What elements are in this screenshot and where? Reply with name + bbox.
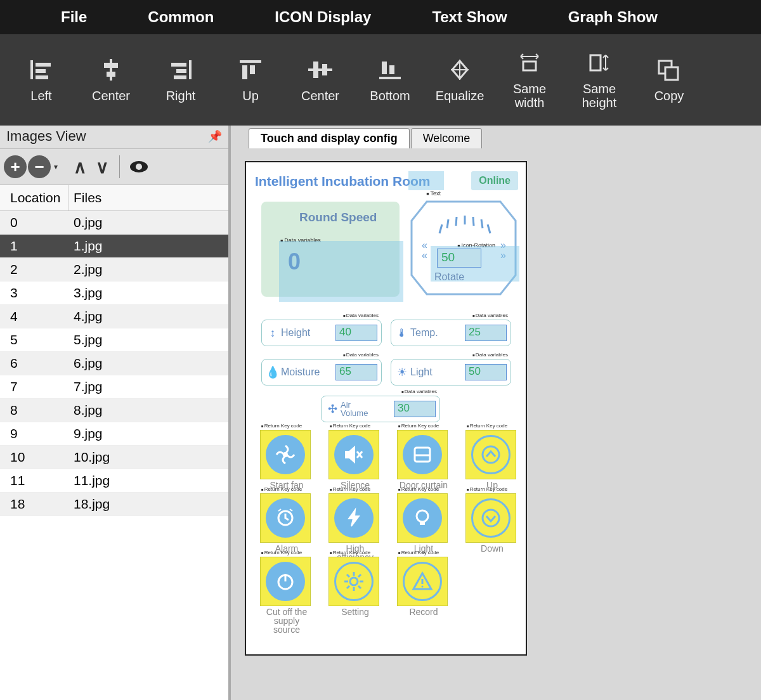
align-up-button[interactable]: Up: [224, 57, 276, 103]
rotate-value[interactable]: 50: [437, 249, 481, 268]
col-location[interactable]: Location: [0, 185, 68, 211]
control-record[interactable]: Return Key codeRecord: [397, 557, 450, 616]
align-center-h-button[interactable]: Center: [85, 57, 137, 103]
menu-text-show[interactable]: Text Show: [401, 8, 537, 26]
round-speed-selection[interactable]: 0: [279, 241, 403, 302]
control-button[interactable]: [328, 430, 379, 479]
control-start-fan[interactable]: Return Key codeStart fan: [260, 430, 313, 489]
param-moisture-value[interactable]: 65: [335, 364, 377, 380]
param-light[interactable]: ☀ Light Data variables 50: [391, 359, 511, 386]
svg-rect-2: [36, 69, 46, 73]
control-button[interactable]: [465, 430, 516, 479]
equalize-button[interactable]: Equalize: [434, 57, 486, 103]
table-row[interactable]: 00.jpg: [0, 211, 228, 235]
svg-point-58: [422, 586, 424, 588]
same-height-button[interactable]: Same height: [573, 50, 625, 110]
param-moisture[interactable]: 💧 Moisture Data variables 65: [261, 359, 382, 386]
control-alarm[interactable]: Return Key codeAlarm: [260, 493, 313, 553]
table-row[interactable]: 11.jpg: [0, 235, 228, 258]
cell-file: 2.jpg: [68, 258, 228, 281]
cell-location: 11: [0, 469, 68, 492]
table-row[interactable]: 88.jpg: [0, 399, 228, 422]
svg-line-53: [347, 574, 349, 577]
svg-rect-12: [242, 65, 247, 79]
table-row[interactable]: 1010.jpg: [0, 446, 228, 469]
pin-icon[interactable]: 📌: [208, 129, 222, 143]
param-air-value[interactable]: 30: [394, 401, 436, 417]
align-bottom-button[interactable]: Bottom: [364, 57, 416, 103]
align-center-v-button[interactable]: Center: [294, 57, 346, 103]
param-height-value[interactable]: 40: [335, 325, 377, 341]
menu-file[interactable]: File: [0, 8, 117, 26]
fan-icon: [266, 435, 305, 474]
control-button[interactable]: [328, 493, 379, 543]
control-button[interactable]: [260, 557, 311, 606]
move-down-button[interactable]: ∨: [92, 157, 113, 178]
control-button[interactable]: [260, 430, 311, 479]
tab-welcome[interactable]: Welcome: [411, 128, 483, 148]
svg-rect-23: [665, 67, 678, 80]
control-button[interactable]: [465, 493, 516, 543]
align-right-button[interactable]: Right: [155, 57, 207, 103]
menu-icon-display[interactable]: ICON Display: [244, 8, 401, 26]
preview-button[interactable]: [126, 154, 152, 179]
control-button[interactable]: [397, 557, 448, 606]
bulb-icon: [403, 498, 442, 538]
table-row[interactable]: 1818.jpg: [0, 493, 228, 516]
remove-dropdown-icon[interactable]: ▾: [52, 162, 60, 171]
copy-button[interactable]: Copy: [643, 57, 695, 103]
control-button[interactable]: [397, 430, 448, 479]
move-up-button[interactable]: ∧: [70, 157, 91, 178]
title-selection-overlay[interactable]: [408, 171, 444, 190]
table-row[interactable]: 44.jpg: [0, 305, 228, 328]
control-up[interactable]: Return Key codeUp: [465, 430, 519, 489]
table-row[interactable]: 33.jpg: [0, 282, 228, 305]
table-row[interactable]: 77.jpg: [0, 375, 228, 399]
param-temp[interactable]: 🌡 Temp. Data variables 25: [391, 320, 511, 346]
remove-button[interactable]: −: [28, 155, 51, 178]
align-left-button[interactable]: Left: [15, 57, 67, 103]
control-door-curtain[interactable]: Return Key codeDoor curtain: [397, 430, 450, 489]
table-row[interactable]: 55.jpg: [0, 328, 228, 352]
param-temp-value[interactable]: 25: [465, 325, 507, 341]
bolt-icon: [334, 498, 374, 538]
control-setting[interactable]: Return Key codeSetting: [328, 557, 382, 616]
col-files[interactable]: Files: [68, 185, 228, 211]
tab-touch-display-config[interactable]: Touch and display config: [249, 128, 410, 148]
same-width-button[interactable]: Same width: [504, 50, 556, 110]
param-air-volume[interactable]: ✣ Air Volume Data variables 30: [321, 396, 440, 422]
cell-file: 0.jpg: [68, 211, 228, 234]
copy-icon: [656, 57, 682, 82]
control-button[interactable]: [397, 493, 448, 543]
cell-file: 9.jpg: [68, 422, 228, 445]
device-title: Intelligent Incubation Room: [255, 174, 431, 189]
control-cutoff[interactable]: Return Key codeCut off thesupply source: [260, 557, 313, 634]
add-button[interactable]: +: [4, 155, 27, 178]
cell-location: 5: [0, 328, 68, 351]
menu-graph-show[interactable]: Graph Show: [538, 8, 658, 26]
control-button[interactable]: [260, 493, 311, 543]
svg-rect-9: [176, 69, 186, 73]
dv-tag: Data variables: [472, 352, 508, 358]
param-light-value[interactable]: 50: [465, 364, 507, 380]
table-row[interactable]: 66.jpg: [0, 352, 228, 375]
svg-point-43: [417, 510, 428, 522]
widget-type-tag: Return Key code: [261, 423, 302, 429]
table-row[interactable]: 99.jpg: [0, 422, 228, 446]
table-row[interactable]: 22.jpg: [0, 258, 228, 282]
control-light-btn[interactable]: Return Key codeLight: [397, 493, 450, 553]
design-canvas[interactable]: Intelligent Incubation Room Online Text …: [245, 161, 527, 656]
menu-common[interactable]: Common: [117, 8, 244, 26]
rotate-selection[interactable]: 50 Rotate: [431, 246, 519, 282]
control-down[interactable]: Return Key codeDown: [465, 493, 519, 553]
widget-type-tag: Return Key code: [398, 486, 439, 492]
svg-line-56: [347, 586, 349, 588]
cell-file: 8.jpg: [68, 399, 228, 422]
align-up-label: Up: [242, 89, 259, 103]
control-button[interactable]: [328, 557, 379, 606]
table-row[interactable]: 1111.jpg: [0, 469, 228, 493]
svg-text:«: «: [422, 240, 427, 250]
param-height[interactable]: ↕ Height Data variables 40: [261, 320, 382, 346]
control-silence[interactable]: Return Key codeSilence: [328, 430, 382, 489]
align-bottom-icon: [378, 57, 402, 82]
